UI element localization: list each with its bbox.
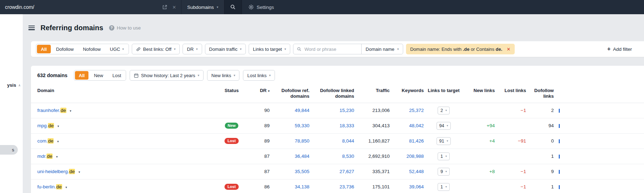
- segment-nofollow[interactable]: Nofollow: [79, 45, 104, 53]
- status-badge: New: [225, 123, 239, 129]
- chevron-down-icon: ▾: [445, 170, 447, 173]
- segment-all[interactable]: All: [37, 45, 51, 53]
- dr-value: 89: [264, 123, 270, 128]
- domain-link[interactable]: mdr.de: [37, 154, 53, 159]
- dofollow-ref-domains-link[interactable]: 34,138: [295, 184, 309, 189]
- links-to-target-select[interactable]: 94 ▾: [437, 122, 451, 130]
- target-url-input[interactable]: crowdin.com/ ✕: [0, 0, 181, 14]
- left-sidebar-partial: ysis ∧ s: [0, 14, 23, 193]
- plus-icon: +: [607, 46, 610, 52]
- lost-links-value: −1: [521, 184, 526, 189]
- segment-dofollow[interactable]: Dofollow: [52, 45, 78, 53]
- chevron-down-icon: ▾: [234, 74, 236, 77]
- domain-menu-chevron-icon[interactable]: ▾: [70, 109, 71, 113]
- dr-filter-button[interactable]: DR ▾: [183, 44, 202, 54]
- table-row: mpg.de ▾ New 89 59,330 18,333 304,413 48…: [31, 118, 644, 134]
- col-dr[interactable]: DR▾: [248, 88, 270, 93]
- show-history-button[interactable]: Show history: Last 2 years ▾: [130, 70, 204, 81]
- chevron-down-icon: ▾: [217, 6, 218, 9]
- dofollow-linked-domains-link[interactable]: 27,627: [340, 169, 354, 174]
- search-button[interactable]: [224, 0, 242, 14]
- links-to-target-select[interactable]: 1 ▾: [438, 183, 450, 191]
- word-search[interactable]: [293, 44, 361, 54]
- keywords-link[interactable]: 52,448: [409, 169, 424, 174]
- dofollow-ref-domains-link[interactable]: 49,844: [295, 108, 309, 113]
- settings-button[interactable]: Settings: [242, 0, 281, 14]
- col-dofollow-linked-domains[interactable]: Dofollow linked domains: [309, 88, 354, 100]
- dofollow-linked-domains-link[interactable]: 15,230: [340, 108, 354, 113]
- col-dofollow-links[interactable]: Dofollow links: [526, 88, 554, 100]
- dofollow-linked-domains-link[interactable]: 8,530: [342, 154, 354, 159]
- col-links-to-target[interactable]: Links to target: [424, 88, 464, 93]
- domain-menu-chevron-icon[interactable]: ▾: [57, 140, 59, 143]
- links-to-target-select[interactable]: 91 ▾: [437, 137, 451, 145]
- domain-menu-chevron-icon[interactable]: ▾: [56, 155, 58, 159]
- col-new-links[interactable]: New links: [464, 88, 495, 93]
- menu-icon[interactable]: [28, 26, 35, 30]
- add-filter-button[interactable]: + Add filter: [607, 46, 632, 52]
- search-match-highlight: de: [56, 184, 62, 189]
- active-filter-chip[interactable]: Domain name: Ends with .de or Contains d…: [406, 44, 515, 54]
- links-to-target-select[interactable]: 2 ▾: [438, 107, 450, 114]
- open-external-icon[interactable]: [162, 5, 167, 10]
- col-dofollow-ref-domains[interactable]: Dofollow ref. domains: [270, 88, 309, 100]
- page-title: Referring domains: [40, 24, 103, 32]
- clear-url-icon[interactable]: ✕: [172, 5, 176, 10]
- new-links-button[interactable]: New links ▾: [207, 70, 239, 81]
- segment-status-all[interactable]: All: [75, 71, 89, 80]
- sidebar-item-active-partial[interactable]: s: [0, 145, 18, 155]
- chevron-down-icon: ▾: [285, 48, 286, 51]
- dofollow-ref-domains-link[interactable]: 78,850: [295, 138, 309, 144]
- dr-value: 87: [264, 154, 270, 159]
- search-field-select[interactable]: Domain name ▾: [361, 44, 402, 54]
- domain-menu-chevron-icon[interactable]: ▾: [79, 170, 80, 174]
- scope-select[interactable]: Subdomains ▾: [181, 0, 224, 14]
- dr-value: 86: [264, 184, 270, 189]
- col-keywords[interactable]: Keywords: [390, 88, 424, 93]
- table-header-row: Domain Status DR▾ Dofollow ref. domains …: [31, 84, 644, 103]
- links-to-target-select[interactable]: 9 ▾: [438, 168, 450, 176]
- word-search-input[interactable]: [304, 47, 358, 52]
- filter-bar: All Dofollow Nofollow UGC ▾ Best links: …: [31, 41, 644, 57]
- domain-link[interactable]: fu-berlin.de: [37, 184, 62, 189]
- dofollow-ref-domains-link[interactable]: 59,330: [295, 123, 309, 128]
- traffic-value: 2,692,910: [368, 154, 390, 159]
- keywords-link[interactable]: 48,042: [409, 123, 424, 128]
- domain-link[interactable]: fraunhofer.de: [37, 108, 66, 113]
- links-to-target-select[interactable]: 1 ▾: [438, 152, 450, 160]
- dofollow-ref-domains-link[interactable]: 35,505: [295, 169, 309, 174]
- domain-traffic-filter-button[interactable]: Domain traffic ▾: [205, 44, 246, 54]
- domain-link[interactable]: uni-heidelberg.de: [37, 169, 75, 174]
- col-status[interactable]: Status: [216, 88, 248, 93]
- col-traffic[interactable]: Traffic: [354, 88, 390, 93]
- chevron-down-icon: ▾: [397, 48, 399, 51]
- target-url-value[interactable]: crowdin.com/: [5, 4, 157, 10]
- links-to-target-filter-button[interactable]: Links to target ▾: [249, 44, 290, 54]
- dofollow-linked-domains-link[interactable]: 18,333: [340, 123, 354, 128]
- keywords-link[interactable]: 81,426: [409, 138, 424, 144]
- dofollow-linked-domains-link[interactable]: 8,044: [342, 138, 354, 144]
- lost-links-value: −1: [521, 169, 526, 174]
- domain-menu-chevron-icon[interactable]: ▾: [58, 124, 59, 128]
- col-lost-links[interactable]: Lost links: [495, 88, 526, 93]
- segment-status-lost[interactable]: Lost: [108, 71, 125, 80]
- sidebar-section-label-partial[interactable]: ysis ∧: [7, 82, 21, 88]
- dofollow-links-spark-bar: [559, 155, 560, 159]
- domain-link[interactable]: mpg.de: [37, 123, 54, 128]
- lost-links-button[interactable]: Lost links ▾: [243, 70, 275, 81]
- segment-ugc[interactable]: UGC ▾: [106, 45, 128, 53]
- domain-menu-chevron-icon[interactable]: ▾: [65, 186, 67, 189]
- keywords-link[interactable]: 25,372: [409, 108, 424, 113]
- segment-status-new[interactable]: New: [90, 71, 107, 80]
- keywords-link[interactable]: 39,064: [409, 184, 424, 189]
- dofollow-links-spark-bar: [559, 124, 560, 128]
- col-domain[interactable]: Domain: [37, 88, 216, 93]
- domain-link[interactable]: com.de: [37, 138, 54, 144]
- keywords-link[interactable]: 208,988: [406, 154, 424, 159]
- dofollow-linked-domains-link[interactable]: 23,736: [340, 184, 354, 189]
- best-links-filter-button[interactable]: Best links: Off ▾: [132, 44, 180, 54]
- gear-icon: [248, 4, 254, 10]
- how-to-use-link[interactable]: ? How to use: [109, 25, 141, 31]
- dofollow-ref-domains-link[interactable]: 36,484: [295, 154, 309, 159]
- remove-filter-icon[interactable]: ✕: [507, 47, 510, 52]
